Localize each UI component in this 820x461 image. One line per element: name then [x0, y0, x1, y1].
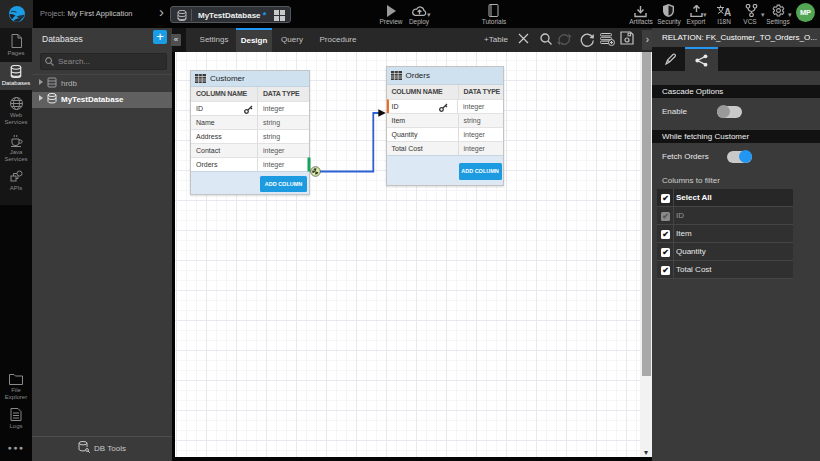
svg-text:A: A — [724, 7, 731, 17]
